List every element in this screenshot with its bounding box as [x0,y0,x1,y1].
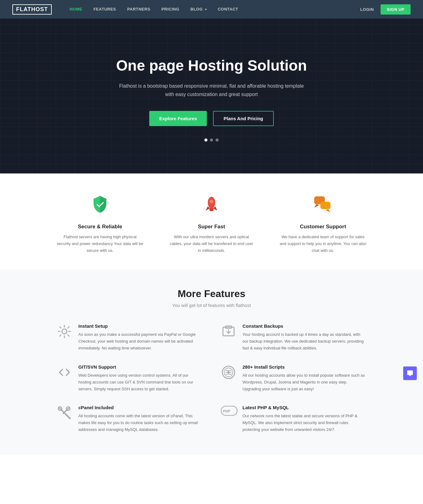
feature-super-fast: Super Fast With our ultra mordern server… [168,195,255,254]
nav-item-pricing[interactable]: PRICING [156,0,185,19]
svg-line-16 [59,408,66,414]
nav-item-partners[interactable]: PARTNERS [122,0,156,19]
svg-rect-8 [320,202,330,209]
feature-cpanel-desc: All hosting accounts come with the lates… [78,413,202,433]
nav-link-contact[interactable]: CONTACT [212,0,244,19]
nav-item-blog[interactable]: BLOG ▾ [185,0,212,19]
more-features-subtext: You will get lot of features with flatho… [12,303,411,308]
svg-text:PHP: PHP [223,409,230,414]
nav-link-blog[interactable]: BLOG ▾ [185,0,212,19]
hero-buttons: Explore Features Plans and Pricing [149,111,274,126]
more-features-section: More Features You will get lot of featur… [0,270,423,455]
nav-links: HOME FEATURES PARTNERS PRICING BLOG ▾ CO… [64,0,357,19]
shield-icon [57,195,143,218]
svg-marker-7 [314,204,319,208]
feature-secure-desc: Flathost servers are having high physica… [57,234,143,254]
hero-carousel-dots [204,138,219,142]
svg-point-10 [62,329,67,334]
nav-item-home[interactable]: HOME [64,0,88,19]
feature-backups-title: Constant Backups [242,323,366,329]
explore-features-button[interactable]: Explore Features [149,111,207,126]
feature-git-title: GIT/SVN Support [78,364,202,370]
feature-instant-setup-desc: As soon as you make a successful payment… [78,331,202,352]
nav-login-button[interactable]: LOGIN [356,7,377,12]
feature-support-desc: We have a dedicated team of support for … [280,234,366,254]
feature-scripts-title: 280+ Install Scripts [242,364,366,370]
hero-section: One page Hosting Solution Flathost is a … [0,19,423,173]
features-detail-grid: Instant Setup As soon as you make a succ… [57,323,366,433]
top-features-grid: Secure & Reliable Flathost servers are h… [57,195,366,254]
feature-git-text: GIT/SVN Support Web Developers love usin… [78,364,202,392]
carousel-dot-1[interactable] [204,138,207,142]
hero-heading: One page Hosting Solution [116,57,307,75]
feature-php-title: Latest PHP & MySQL [242,405,366,410]
gear-icon [57,324,72,342]
wordpress-icon [221,365,236,383]
carousel-dot-2[interactable] [210,138,213,142]
feature-backups-text: Constant Backups Your hosting account is… [242,323,366,352]
dropdown-arrow-icon: ▾ [205,8,207,11]
feature-secure-title: Secure & Reliable [57,224,143,230]
nav-link-features[interactable]: FEATURES [88,0,122,19]
feature-git-desc: Web Developers love using version contro… [78,372,202,392]
feature-cpanel-text: cPanel Included All hosting accounts com… [78,405,202,433]
feature-customer-support: Customer Support We have a dedicated tea… [280,195,366,254]
more-features-heading: More Features [12,288,411,300]
chat-icon [407,370,413,377]
feature-support-title: Customer Support [280,224,366,230]
svg-point-1 [210,200,213,204]
svg-point-5 [209,209,214,211]
backup-icon [221,324,236,342]
nav-link-home[interactable]: HOME [64,0,88,19]
chat-button[interactable] [403,366,417,380]
feature-scripts-desc: All our hosting accounts allow you to in… [242,372,366,392]
nav-link-pricing[interactable]: PRICING [156,0,185,19]
nav-signup-button[interactable]: SIGN UP [381,4,411,15]
feature-php-text: Latest PHP & MySQL Our network runs the … [242,405,366,433]
nav-link-partners[interactable]: PARTNERS [122,0,156,19]
brand-name-light: FLAT [16,6,31,12]
feature-backups-desc: Your hosting account is backed up 4 time… [242,331,366,352]
feature-fast-desc: With our ultra mordern servers and optic… [168,234,255,254]
more-features-header: More Features You will get lot of featur… [12,288,411,308]
tools-icon [57,405,72,423]
feature-php-mysql: PHP Latest PHP & MySQL Our network runs … [221,405,366,433]
chat-bubbles-icon [280,195,366,218]
top-features-section: Secure & Reliable Flathost servers are h… [0,173,423,270]
feature-php-desc: Our network runs the latest stable and s… [242,413,366,433]
svg-point-15 [227,371,230,374]
carousel-dot-3[interactable] [216,138,219,142]
feature-cpanel: cPanel Included All hosting accounts com… [57,405,202,433]
nav-item-contact[interactable]: CONTACT [212,0,244,19]
svg-marker-9 [326,209,330,212]
feature-git-svn: GIT/SVN Support Web Developers love usin… [57,364,202,392]
brand-logo[interactable]: FLATHOST [12,4,52,15]
hero-subtext: Flathost is a bootstrap based responsive… [119,82,304,99]
php-icon: PHP [221,405,236,419]
feature-instant-setup-title: Instant Setup [78,323,202,329]
feature-cpanel-title: cPanel Included [78,405,202,410]
feature-constant-backups: Constant Backups Your hosting account is… [221,323,366,352]
feature-secure-reliable: Secure & Reliable Flathost servers are h… [57,195,143,254]
plans-pricing-button[interactable]: Plans and Pricing [213,111,274,126]
navbar: FLATHOST HOME FEATURES PARTNERS PRICING … [0,0,423,19]
feature-scripts-text: 280+ Install Scripts All our hosting acc… [242,364,366,392]
rocket-icon [168,195,255,218]
svg-line-18 [66,414,70,419]
feature-fast-title: Super Fast [168,224,255,230]
feature-instant-setup: Instant Setup As soon as you make a succ… [57,323,202,352]
feature-install-scripts: 280+ Install Scripts All our hosting acc… [221,364,366,392]
feature-instant-setup-text: Instant Setup As soon as you make a succ… [78,323,202,352]
brand-name-bold: HOST [31,6,48,12]
code-icon [57,365,72,383]
nav-item-features[interactable]: FEATURES [88,0,122,19]
